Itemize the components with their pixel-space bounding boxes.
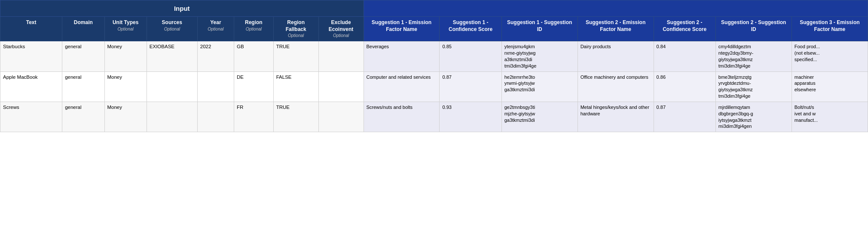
cell-region: DE (234, 71, 273, 102)
cell-s1_sid: ytenjsmu4gkm rxme-giytsyjwg a3tkmztmi3di… (501, 41, 578, 71)
cell-s3_efn: machiner apparatus elsewhere (792, 71, 868, 102)
data-table: Input Text Domain Unit Types Optional So… (0, 0, 868, 132)
cell-unit_types: Money (104, 41, 147, 71)
cell-unit_types: Money (104, 71, 147, 102)
cell-s3_efn: Bolt/nut/s ivet and w manufact... (792, 102, 868, 132)
cell-exclude_ecoinvent (318, 71, 364, 102)
cell-year (197, 102, 234, 132)
column-header-row: Text Domain Unit Types Optional Sources … (0, 17, 868, 41)
cell-s1_efn: Beverages (364, 41, 440, 71)
col-header-s2-cs: Suggestion 2 - Confidence Score (654, 17, 715, 41)
cell-s3_efn: Food prod... (not elsew... specified... (792, 41, 868, 71)
main-table-wrapper: Input Text Domain Unit Types Optional So… (0, 0, 868, 229)
col-header-s1-cs: Suggestion 1 - Confidence Score (440, 17, 501, 41)
col-header-sources: Sources Optional (147, 17, 197, 41)
cell-s2_efn: Dairy products (578, 41, 654, 71)
cell-s1_cs: 0.87 (440, 71, 501, 102)
cell-s2_cs: 0.87 (654, 102, 715, 132)
col-header-regionfb: Region Fallback Optional (273, 17, 318, 41)
col-header-s3-efn: Suggestion 3 - Emission Factor Name (792, 17, 868, 41)
cell-s2_cs: 0.86 (654, 71, 715, 102)
cell-region: FR (234, 102, 273, 132)
table-body: StarbucksgeneralMoneyEXIOBASE2022GBTRUEB… (0, 41, 868, 132)
cell-text: Apple MacBook (0, 71, 62, 102)
section-header-row: Input (0, 0, 868, 17)
cell-s2_cs: 0.84 (654, 41, 715, 71)
col-header-s1-sid: Suggestion 1 - Suggestion ID (501, 17, 578, 41)
col-header-unittypes: Unit Types Optional (104, 17, 147, 41)
cell-domain: general (62, 102, 104, 132)
table-row: ScrewsgeneralMoneyFRTRUEScrews/nuts and … (0, 102, 868, 132)
cell-s1_cs: 0.85 (440, 41, 501, 71)
cell-s1_cs: 0.93 (440, 102, 501, 132)
cell-s1_efn: Computer and related services (364, 71, 440, 102)
cell-exclude_ecoinvent (318, 102, 364, 132)
cell-s1_sid: he2temrrhe3to yrwmi-giytsyjw ga3tkmztmi3… (501, 71, 578, 102)
cell-year (197, 71, 234, 102)
cell-text: Screws (0, 102, 62, 132)
cell-s1_sid: ge2tmnbsgy3ti mjzhe-giytsyjw ga3tkmztmi3… (501, 102, 578, 132)
cell-s2_sid: bme3teljzmzqtg yrvgbtdeztdmu- giytsyjwga… (715, 71, 792, 102)
table-row: Apple MacBookgeneralMoneyDEFALSEComputer… (0, 71, 868, 102)
cell-s2_efn: Office machinery and computers (578, 71, 654, 102)
col-header-excludeeco: Exclude Ecoinvent Optional (318, 17, 364, 41)
cell-s2_sid: mjrdillemqytam dbgbrgen3bgq-g iytsyjwga3… (715, 102, 792, 132)
cell-region: GB (234, 41, 273, 71)
cell-region_fallback: FALSE (273, 71, 318, 102)
cell-text: Starbucks (0, 41, 62, 71)
cell-s1_efn: Screws/nuts and bolts (364, 102, 440, 132)
table-row: StarbucksgeneralMoneyEXIOBASE2022GBTRUEB… (0, 41, 868, 71)
cell-sources (147, 102, 197, 132)
col-header-s2-sid: Suggestion 2 - Suggestion ID (715, 17, 792, 41)
cell-s2_efn: Metal hinges/keys/lock and other hardwar… (578, 102, 654, 132)
cell-exclude_ecoinvent (318, 41, 364, 71)
col-header-year: Year Optional (197, 17, 234, 41)
cell-sources: EXIOBASE (147, 41, 197, 71)
col-header-text: Text (0, 17, 62, 41)
col-header-s2-efn: Suggestion 2 - Emission Factor Name (578, 17, 654, 41)
cell-unit_types: Money (104, 102, 147, 132)
cell-domain: general (62, 41, 104, 71)
col-header-region: Region Optional (234, 17, 273, 41)
cell-sources (147, 71, 197, 102)
output-section-header (364, 0, 868, 17)
cell-s2_sid: cmy4dilldgeztm ntegy2dqy3bmy- giytsyjwga… (715, 41, 792, 71)
cell-domain: general (62, 71, 104, 102)
cell-region_fallback: TRUE (273, 102, 318, 132)
cell-year: 2022 (197, 41, 234, 71)
input-section-header: Input (0, 0, 364, 17)
cell-region_fallback: TRUE (273, 41, 318, 71)
col-header-domain: Domain (62, 17, 104, 41)
col-header-s1-efn: Suggestion 1 - Emission Factor Name (364, 17, 440, 41)
